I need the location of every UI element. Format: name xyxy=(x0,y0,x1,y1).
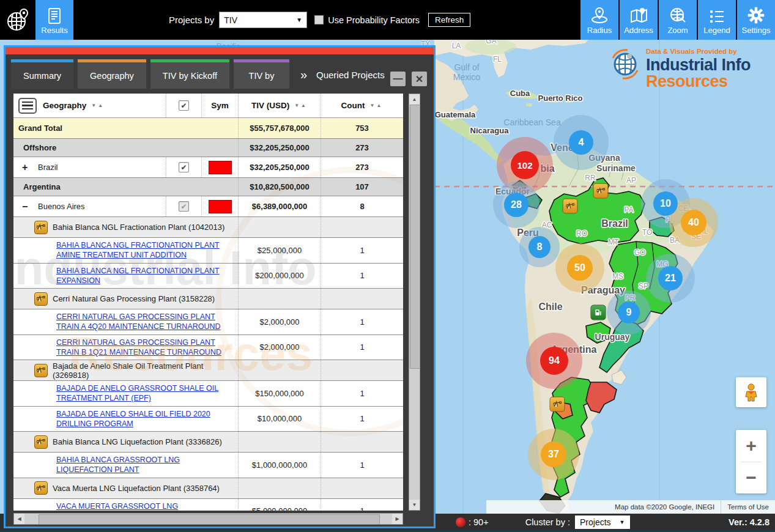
project-link[interactable]: BAJADA DE ANELO GRASSROOT SHALE OIL TREA… xyxy=(13,381,238,406)
tiv-value: $10,000,000 xyxy=(238,407,321,432)
project-link[interactable]: VACA MUERTA GRASSROOT LNG LIQUEFACTION P… xyxy=(13,499,238,511)
project-link[interactable]: BAHIA BLANCA NGL FRACTIONATION PLANT AMI… xyxy=(13,238,238,263)
project-row: BAHIA BLANCA GRASSROOT LNG LIQUEFACTION … xyxy=(13,452,403,478)
geography-header-label: Geography xyxy=(43,101,86,110)
tab-label: Summary xyxy=(23,71,61,81)
map-label: Chile xyxy=(538,301,562,312)
pumpjack-marker[interactable] xyxy=(593,183,609,199)
map-cluster-94[interactable]: 94 xyxy=(540,347,568,375)
map-cluster-9[interactable]: 9 xyxy=(618,301,640,323)
settings-button[interactable]: Settings xyxy=(737,0,775,40)
tiv-value: $2,000,000 xyxy=(238,309,321,334)
map-label: GO xyxy=(634,248,646,257)
results-button[interactable]: Results xyxy=(35,0,73,40)
plant-name-cell: Vaca Muerta LNG Liquefaction Plant (3358… xyxy=(13,478,238,498)
scroll-left-icon[interactable]: ◀ xyxy=(14,514,24,524)
tab-tiv-by-kickoff[interactable]: TIV by Kickoff xyxy=(150,59,229,89)
sort-icons[interactable]: ▼▲ xyxy=(370,103,384,108)
map-cluster-10[interactable]: 10 xyxy=(653,191,678,216)
project-link[interactable]: BAHIA BLANCA NGL FRACTIONATION PLANT EXP… xyxy=(13,264,238,289)
symbol-color-swatch[interactable] xyxy=(209,161,232,174)
terms-of-use-link[interactable]: Terms of Use xyxy=(721,503,775,511)
map-label: MS xyxy=(612,272,623,281)
landmass-central-america xyxy=(439,116,503,164)
project-link[interactable]: CERRI NATURAL GAS PROCESSING PLANT TRAIN… xyxy=(13,335,238,360)
projects-by-label: Projects by xyxy=(169,15,214,25)
row-checkbox[interactable] xyxy=(179,162,189,172)
count-value: 1 xyxy=(321,238,403,263)
horizontal-scroll-thumb[interactable] xyxy=(39,514,380,525)
row-name: Argentina xyxy=(13,178,238,196)
minimize-button[interactable]: — xyxy=(390,72,406,86)
sort-icons[interactable]: ▼▲ xyxy=(294,103,308,108)
zoom-button[interactable]: Zoom xyxy=(659,0,697,40)
cluster-by-label: Cluster by : xyxy=(525,517,570,527)
symbol-color-swatch[interactable] xyxy=(209,200,232,213)
map-cluster-40[interactable]: 40 xyxy=(681,210,706,235)
legend-button[interactable]: Legend xyxy=(698,0,736,40)
map-cluster-8[interactable]: 8 xyxy=(528,236,551,258)
probability-checkbox[interactable] xyxy=(314,15,324,24)
tiv-value: $10,820,500,000 xyxy=(238,178,321,196)
tab-tiv-by[interactable]: TIV by xyxy=(234,59,289,89)
map-cluster-28[interactable]: 28 xyxy=(504,193,528,217)
table-header-row: Geography ▼▲ Sym TIV (USD) ▼▲ Count ▼▲ xyxy=(13,94,403,118)
project-link[interactable]: BAHIA BLANCA GRASSROOT LNG LIQUEFACTION … xyxy=(13,453,238,478)
tiv-value: $1,000,000,000 xyxy=(238,453,321,478)
projects-by-select[interactable]: TIV ▼ xyxy=(219,12,307,28)
project-link-cell: BAHIA BLANCA NGL FRACTIONATION PLANT EXP… xyxy=(13,264,238,289)
count-value: 1 xyxy=(321,381,403,406)
map-cluster-102[interactable]: 102 xyxy=(511,151,539,179)
map-label: LA xyxy=(452,42,461,50)
tiv-value: $55,757,678,000 xyxy=(238,118,321,138)
zoom-in-button[interactable]: + xyxy=(736,430,766,462)
count-value: 8 xyxy=(321,196,403,216)
tab-geography[interactable]: Geography xyxy=(78,59,146,89)
map-label: FL xyxy=(493,55,502,64)
map-cluster-4[interactable]: 4 xyxy=(569,130,593,155)
horizontal-scrollbar[interactable]: ◀ ▶ xyxy=(13,513,403,525)
scroll-up-icon[interactable]: ▲ xyxy=(409,94,420,105)
app-logo[interactable] xyxy=(0,0,35,40)
map-cluster-21[interactable]: 21 xyxy=(658,266,683,290)
pegman-control[interactable] xyxy=(736,377,766,407)
tab-overflow-icon[interactable]: » xyxy=(300,68,307,82)
results-label: Results xyxy=(41,26,67,35)
map-label: RO xyxy=(576,229,587,238)
collapse-icon[interactable]: − xyxy=(22,201,32,212)
fuel-station-marker[interactable] xyxy=(591,305,606,320)
refresh-button[interactable]: Refresh xyxy=(428,13,470,27)
project-link[interactable]: CERRI NATURAL GAS PROCESSING PLANT TRAIN… xyxy=(13,309,238,334)
pumpjack-marker[interactable] xyxy=(550,397,565,412)
tab-summary[interactable]: Summary xyxy=(11,59,73,89)
vertical-scroll-thumb[interactable] xyxy=(410,105,420,369)
vertical-scrollbar[interactable]: ▲ ▼ xyxy=(409,94,420,511)
project-row: BAJADA DE ANELO SHALE OIL FIELD 2020 DRI… xyxy=(13,406,403,432)
scroll-right-icon[interactable]: ▶ xyxy=(392,514,402,524)
expand-icon[interactable]: + xyxy=(22,162,32,173)
plant-name: Vaca Muerta LNG Liquefaction Plant (3358… xyxy=(53,484,220,493)
radius-button[interactable]: Radius xyxy=(580,0,618,40)
pumpjack-marker[interactable] xyxy=(563,199,578,214)
count-value xyxy=(321,360,403,380)
plant-icon xyxy=(34,364,48,377)
map-cluster-37[interactable]: 37 xyxy=(541,441,566,467)
menu-icon[interactable] xyxy=(18,98,37,114)
plant-icon xyxy=(34,292,48,306)
tab-queried-projects[interactable]: Queried Projects xyxy=(316,70,385,80)
header-tiv: TIV (USD) ▼▲ xyxy=(238,94,321,117)
cluster-by-select[interactable]: Projects ▼ xyxy=(575,515,630,529)
select-all-checkbox[interactable] xyxy=(179,100,189,111)
sort-icons[interactable]: ▼▲ xyxy=(91,103,105,108)
tab-label: TIV by xyxy=(249,71,275,81)
state-row: +Brazil$32,205,250,000273 xyxy=(13,157,403,177)
project-link[interactable]: BAJADA DE ANELO SHALE OIL FIELD 2020 DRI… xyxy=(13,407,238,432)
close-button[interactable]: ✕ xyxy=(412,72,427,86)
map-cluster-50[interactable]: 50 xyxy=(567,255,593,281)
address-button[interactable]: Address xyxy=(620,0,658,40)
region-row: Argentina$10,820,500,000107 xyxy=(13,177,403,196)
row-checkbox[interactable] xyxy=(179,201,189,212)
scroll-down-icon[interactable]: ▼ xyxy=(409,500,420,510)
chevron-down-icon: ▼ xyxy=(296,17,302,23)
zoom-out-button[interactable]: − xyxy=(736,462,766,494)
